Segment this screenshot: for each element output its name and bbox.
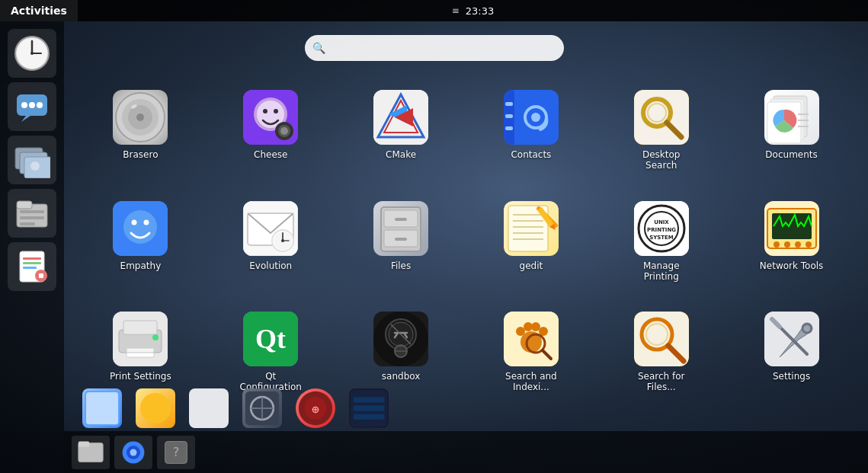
svg-rect-22: [23, 267, 37, 269]
photos-icon: [14, 142, 50, 178]
documents-label: Documents: [765, 149, 817, 160]
svg-rect-140: [354, 397, 385, 402]
search-files-icon: [634, 312, 689, 366]
chat-icon: [14, 88, 50, 125]
contacts-icon: [504, 90, 559, 145]
svg-rect-18: [20, 222, 35, 225]
svg-rect-130: [85, 392, 119, 425]
sidebar: [0, 21, 64, 473]
evolution-icon: [243, 201, 298, 256]
brasero-label: Brasero: [123, 149, 158, 160]
documents-icon: [764, 90, 819, 145]
svg-point-71: [281, 239, 284, 242]
svg-text:Qt: Qt: [255, 324, 286, 354]
svg-point-131: [140, 393, 171, 423]
sidebar-item-clock[interactable]: [8, 29, 56, 78]
svg-point-147: [130, 449, 137, 455]
taskbar: ?: [64, 431, 868, 473]
app-grid: Brasero Cheese: [64, 76, 868, 427]
evolution-label: Evolution: [249, 260, 292, 271]
app-cmake[interactable]: CMake: [340, 84, 463, 187]
svg-point-8: [37, 102, 43, 108]
search-input[interactable]: [305, 35, 564, 61]
settings-label: Settings: [773, 371, 810, 382]
search-bar-container: 🔍: [305, 35, 564, 61]
svg-point-98: [806, 241, 812, 248]
partial-app-4[interactable]: [239, 385, 285, 431]
bottom-row-partial: ⊕: [64, 385, 868, 431]
app-evolution[interactable]: Evolution: [210, 195, 332, 299]
print-settings-icon: [113, 312, 168, 366]
app-documents[interactable]: Documents: [730, 84, 853, 187]
svg-point-96: [784, 241, 790, 248]
sidebar-item-photos[interactable]: [8, 136, 56, 184]
svg-point-37: [280, 127, 288, 135]
activities-button[interactable]: Activities: [0, 0, 78, 21]
svg-point-4: [30, 52, 34, 55]
svg-rect-46: [505, 114, 513, 118]
desktop-search-label: Desktop Search: [627, 149, 696, 171]
svg-text:⊕: ⊕: [312, 404, 320, 415]
empathy-label: Empathy: [120, 260, 162, 271]
app-contacts[interactable]: Contacts: [469, 84, 592, 187]
svg-rect-101: [123, 321, 157, 334]
search-icon: 🔍: [312, 42, 325, 54]
svg-point-104: [152, 334, 159, 340]
sandbox-label: sandbox: [382, 371, 421, 382]
svg-point-34: [274, 109, 278, 113]
files-icon: [373, 201, 428, 256]
svg-point-95: [774, 241, 780, 248]
partial-icon-2: [136, 388, 175, 428]
app-empathy[interactable]: Empathy: [79, 195, 202, 299]
sidebar-item-docs[interactable]: [8, 242, 56, 291]
svg-rect-74: [395, 218, 407, 221]
svg-text:SYSTEM: SYSTEM: [649, 235, 674, 241]
app-manage-printing[interactable]: UNIX PRINTING SYSTEM Manage Printing: [600, 195, 722, 299]
files-label: Files: [391, 260, 411, 271]
partial-app-5[interactable]: ⊕: [293, 385, 338, 431]
taskbar-item-3[interactable]: ?: [157, 436, 195, 469]
app-brasero[interactable]: Brasero: [79, 84, 202, 187]
app-desktop-search[interactable]: Desktop Search: [600, 84, 722, 187]
clock-icon: [14, 35, 50, 72]
partial-app-6[interactable]: [346, 385, 392, 431]
activities-label: Activities: [11, 5, 67, 17]
svg-point-13: [30, 161, 40, 171]
svg-rect-144: [78, 441, 89, 446]
network-tools-icon: [764, 201, 819, 256]
app-files[interactable]: Files: [340, 195, 463, 299]
partial-icon-3: [189, 388, 229, 428]
svg-text:?: ?: [173, 445, 180, 459]
svg-rect-47: [505, 126, 513, 130]
partial-app-2[interactable]: [133, 385, 178, 431]
docs-sidebar-icon: [14, 248, 50, 285]
gedit-icon: [504, 201, 559, 256]
print-settings-label: Print Settings: [110, 371, 171, 382]
network-tools-label: Network Tools: [760, 260, 823, 271]
search-indexing-icon: [504, 312, 559, 366]
svg-point-49: [531, 113, 540, 122]
svg-point-97: [795, 241, 801, 248]
svg-rect-17: [20, 216, 44, 219]
svg-marker-9: [21, 116, 30, 122]
partial-app-3[interactable]: [186, 385, 232, 431]
sidebar-item-chat[interactable]: [8, 82, 56, 131]
menu-icon: ≡: [452, 5, 460, 16]
partial-app-1[interactable]: [79, 385, 125, 431]
taskbar-item-browser[interactable]: [114, 436, 152, 469]
svg-rect-24: [39, 273, 43, 278]
svg-point-33: [263, 109, 267, 113]
app-cheese[interactable]: Cheese: [210, 84, 332, 187]
sidebar-item-files[interactable]: [8, 189, 56, 238]
app-gedit[interactable]: gedit: [469, 195, 592, 299]
svg-rect-102: [127, 348, 154, 353]
topbar-center: ≡ 23:33: [78, 5, 868, 17]
svg-rect-16: [20, 210, 44, 213]
taskbar-item-files[interactable]: [72, 436, 110, 469]
manage-printing-icon: UNIX PRINTING SYSTEM: [634, 201, 689, 256]
svg-point-7: [29, 102, 35, 108]
app-network-tools[interactable]: Network Tools: [730, 195, 853, 299]
partial-icon-6: [349, 388, 389, 428]
cheese-icon: [243, 90, 298, 145]
svg-rect-21: [23, 262, 41, 264]
